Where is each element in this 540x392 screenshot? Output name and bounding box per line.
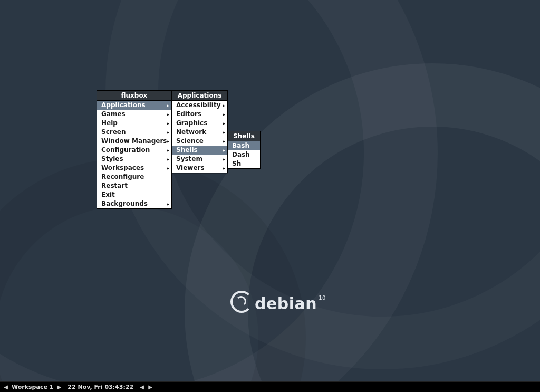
menu-item[interactable]: Editors	[172, 110, 227, 119]
debian-version: 10	[319, 295, 326, 301]
menu-item-label: Editors	[176, 110, 201, 118]
menu-item[interactable]: System	[172, 155, 227, 164]
menu-item[interactable]: Workspaces	[97, 164, 171, 173]
workspace-label[interactable]: Workspace 1	[9, 384, 55, 390]
workspace-prev-arrow-icon[interactable]: ◀	[2, 384, 9, 390]
menu-item-label: Shells	[176, 146, 198, 154]
debian-wordmark: debian	[255, 294, 317, 313]
menu-title: Shells	[228, 131, 260, 141]
menu-item[interactable]: Sh	[228, 159, 260, 168]
menu-item[interactable]: Graphics	[172, 119, 227, 128]
menu-item-label: Science	[176, 137, 204, 145]
menu-item-label: Exit	[101, 191, 115, 198]
menu-item[interactable]: Dash	[228, 150, 260, 159]
debian-spiral-icon	[230, 291, 253, 313]
menu-item-label: System	[176, 155, 202, 162]
menu-item-label: Games	[101, 110, 126, 118]
menu-item[interactable]: Screen	[97, 128, 171, 137]
menu-item[interactable]: Help	[97, 119, 171, 128]
taskbar: ◀ Workspace 1 ▶ 22 Nov, Fri 03:43:22 ◀ ▶	[0, 381, 540, 392]
menu-item[interactable]: Reconfigure	[97, 173, 171, 181]
workspace-switcher: ◀ Workspace 1 ▶	[0, 382, 65, 392]
debian-logo: debian 10	[230, 292, 324, 314]
menu-title: fluxbox	[97, 91, 171, 101]
menu-item[interactable]: Bash	[228, 141, 260, 150]
menu-item[interactable]: Shells	[172, 146, 227, 155]
menu-item-label: Network	[176, 128, 206, 136]
menu-item[interactable]: Science	[172, 137, 227, 146]
menu-item-list: ApplicationsGamesHelpScreenWindow Manage…	[97, 101, 171, 208]
menu-item-list: AccessibilityEditorsGraphicsNetworkScien…	[172, 101, 227, 173]
menu-item[interactable]: Window Managers	[97, 137, 171, 146]
window-prev-arrow-icon[interactable]: ◀	[138, 384, 146, 390]
clock-text: 22 Nov, Fri 03:43:22	[68, 384, 133, 390]
menu-item[interactable]: Styles	[97, 155, 171, 164]
menu-item-label: Accessibility	[176, 101, 221, 109]
menu-item-label: Styles	[101, 155, 123, 162]
fluxbox-root-menu[interactable]: fluxbox ApplicationsGamesHelpScreenWindo…	[97, 90, 172, 209]
menu-item-label: Applications	[101, 101, 146, 109]
menu-item-label: Backgrounds	[101, 200, 148, 207]
menu-item-label: Sh	[232, 160, 241, 167]
menu-item-label: Help	[101, 119, 118, 127]
menu-title: Applications	[172, 91, 227, 101]
menu-item-label: Workspaces	[101, 164, 144, 171]
menu-item-list: BashDashSh	[228, 141, 260, 168]
shells-submenu[interactable]: Shells BashDashSh	[227, 131, 261, 169]
menu-item-label: Restart	[101, 182, 128, 189]
menu-item-label: Graphics	[176, 119, 207, 127]
window-cycle: ◀ ▶	[136, 382, 156, 392]
menu-item[interactable]: Restart	[97, 181, 171, 190]
menu-item[interactable]: Configuration	[97, 146, 171, 155]
menu-item-label: Screen	[101, 128, 126, 136]
applications-submenu[interactable]: Applications AccessibilityEditorsGraphic…	[171, 90, 228, 173]
menu-item[interactable]: Backgrounds	[97, 199, 171, 208]
menu-item-label: Bash	[232, 142, 249, 149]
menu-item-label: Dash	[232, 151, 250, 158]
window-next-arrow-icon[interactable]: ▶	[147, 384, 154, 390]
workspace-next-arrow-icon[interactable]: ▶	[55, 384, 63, 390]
menu-item-label: Window Managers	[101, 137, 167, 145]
menu-item-label: Configuration	[101, 146, 150, 154]
menu-item[interactable]: Accessibility	[172, 101, 227, 110]
menu-item-label: Viewers	[176, 164, 205, 171]
taskbar-clock: 22 Nov, Fri 03:43:22	[65, 382, 136, 392]
menu-item-label: Reconfigure	[101, 173, 144, 180]
menu-item[interactable]: Network	[172, 128, 227, 137]
menu-item[interactable]: Viewers	[172, 164, 227, 173]
menu-item[interactable]: Exit	[97, 190, 171, 199]
desktop-wallpaper[interactable]: debian 10	[0, 0, 540, 392]
menu-item[interactable]: Games	[97, 110, 171, 119]
menu-item[interactable]: Applications	[97, 101, 171, 110]
